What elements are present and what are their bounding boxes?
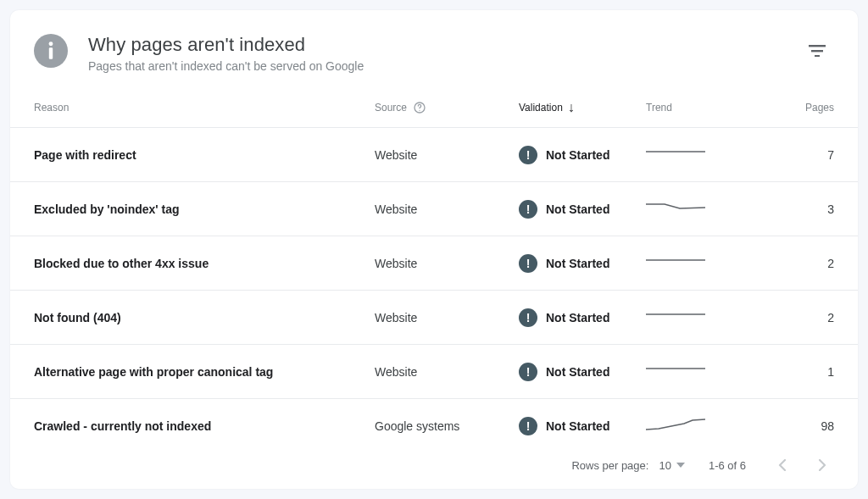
trend-cell xyxy=(646,345,739,399)
pagination-bar: Rows per page: 10 1-6 of 6 xyxy=(10,441,858,489)
sparkline-icon xyxy=(646,197,705,218)
sparkline-icon xyxy=(646,414,705,435)
exclamation-icon: ! xyxy=(519,308,537,327)
source-cell: Website xyxy=(375,291,519,345)
trend-cell xyxy=(646,182,739,236)
pages-cell: 1 xyxy=(739,345,858,399)
dropdown-icon xyxy=(676,463,685,468)
sparkline-icon xyxy=(646,252,705,272)
reason-cell: Page with redirect xyxy=(10,128,375,182)
svg-point-6 xyxy=(419,110,420,111)
prev-page-button[interactable] xyxy=(770,453,793,477)
svg-rect-3 xyxy=(811,50,823,52)
pages-cell: 2 xyxy=(739,291,858,345)
exclamation-icon: ! xyxy=(519,146,537,164)
source-cell: Website xyxy=(375,182,519,236)
card-subtitle: Pages that aren't indexed can't be serve… xyxy=(88,59,800,73)
filter-icon xyxy=(809,45,826,57)
pages-cell: 98 xyxy=(739,399,858,442)
next-page-button[interactable] xyxy=(810,453,834,477)
help-icon[interactable] xyxy=(412,100,427,115)
column-header-trend[interactable]: Trend xyxy=(646,88,739,128)
reason-cell: Blocked due to other 4xx issue xyxy=(10,236,375,291)
exclamation-icon: ! xyxy=(519,417,537,435)
source-cell: Google systems xyxy=(375,399,519,442)
column-header-pages[interactable]: Pages xyxy=(739,88,858,128)
card-header: Why pages aren't indexed Pages that aren… xyxy=(10,10,858,88)
table-row[interactable]: Not found (404)Website!Not Started2 xyxy=(10,291,858,345)
exclamation-icon: ! xyxy=(519,200,537,219)
validation-cell: !Not Started xyxy=(519,291,646,345)
validation-cell: !Not Started xyxy=(519,236,646,291)
page-range: 1-6 of 6 xyxy=(709,459,746,472)
trend-cell xyxy=(646,236,739,291)
svg-rect-4 xyxy=(815,55,820,57)
filter-button[interactable] xyxy=(800,34,834,68)
source-cell: Website xyxy=(375,345,519,399)
rows-per-page-select[interactable]: 10 xyxy=(659,459,684,472)
sparkline-icon xyxy=(646,306,705,326)
sparkline-icon xyxy=(646,143,705,164)
pages-cell: 2 xyxy=(739,236,858,291)
reason-cell: Crawled - currently not indexed xyxy=(10,399,375,442)
table-row[interactable]: Alternative page with proper canonical t… xyxy=(10,345,858,399)
rows-per-page-label: Rows per page: xyxy=(571,459,648,472)
reasons-table: Reason Source xyxy=(10,88,858,441)
card-title: Why pages aren't indexed xyxy=(88,34,800,56)
exclamation-icon: ! xyxy=(519,254,537,273)
trend-cell xyxy=(646,291,739,345)
validation-cell: !Not Started xyxy=(519,182,646,236)
table-row[interactable]: Excluded by 'noindex' tagWebsite!Not Sta… xyxy=(10,182,858,236)
validation-cell: !Not Started xyxy=(519,345,646,399)
sort-arrow-down-icon: ↓ xyxy=(568,101,575,114)
indexing-reasons-card: Why pages aren't indexed Pages that aren… xyxy=(10,10,858,489)
source-cell: Website xyxy=(375,236,519,291)
chevron-left-icon xyxy=(778,459,786,471)
source-cell: Website xyxy=(375,128,519,182)
validation-cell: !Not Started xyxy=(519,399,646,442)
trend-cell xyxy=(646,128,739,182)
trend-cell xyxy=(646,399,739,442)
reason-cell: Alternative page with proper canonical t… xyxy=(10,345,375,399)
column-header-reason[interactable]: Reason xyxy=(10,88,375,128)
reason-cell: Excluded by 'noindex' tag xyxy=(10,182,375,236)
exclamation-icon: ! xyxy=(519,363,537,381)
svg-rect-2 xyxy=(809,45,826,47)
table-row[interactable]: Crawled - currently not indexedGoogle sy… xyxy=(10,399,858,442)
reason-cell: Not found (404) xyxy=(10,291,375,345)
pages-cell: 7 xyxy=(739,128,858,182)
table-row[interactable]: Page with redirectWebsite!Not Started7 xyxy=(10,128,858,182)
svg-point-0 xyxy=(49,42,53,46)
column-header-source[interactable]: Source xyxy=(375,88,519,128)
svg-rect-1 xyxy=(49,47,53,58)
sparkline-icon xyxy=(646,360,705,380)
chevron-right-icon xyxy=(819,459,826,471)
column-header-validation[interactable]: Validation ↓ xyxy=(519,88,646,128)
info-icon xyxy=(34,34,68,68)
validation-cell: !Not Started xyxy=(519,128,646,182)
table-row[interactable]: Blocked due to other 4xx issueWebsite!No… xyxy=(10,236,858,291)
reasons-table-wrap: Reason Source xyxy=(10,88,858,441)
pages-cell: 3 xyxy=(739,182,858,236)
